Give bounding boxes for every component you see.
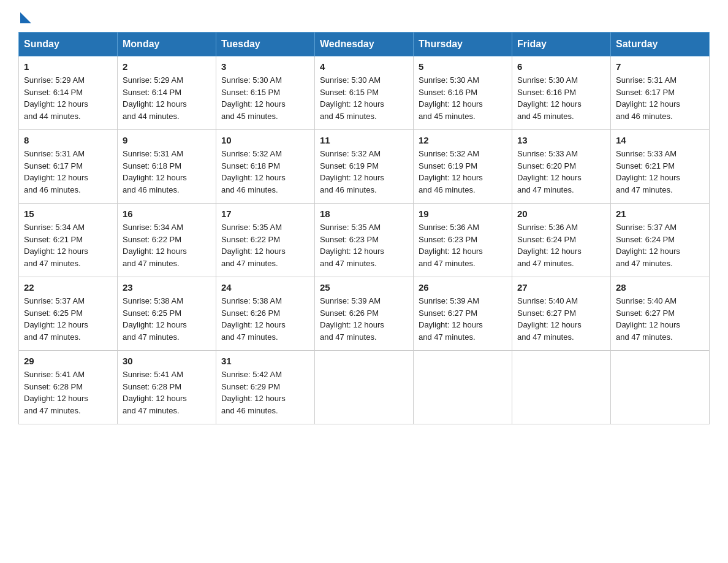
day-number: 18: [320, 209, 408, 219]
day-number: 2: [123, 61, 211, 72]
weekday-header-wednesday: Wednesday: [315, 33, 414, 56]
day-number: 29: [24, 356, 112, 366]
calendar-cell: 2Sunrise: 5:29 AMSunset: 6:14 PMDaylight…: [118, 56, 216, 130]
calendar-cell: 16Sunrise: 5:34 AMSunset: 6:22 PMDayligh…: [118, 204, 216, 277]
calendar-cell: 15Sunrise: 5:34 AMSunset: 6:21 PMDayligh…: [19, 204, 118, 277]
day-info: Sunrise: 5:41 AMSunset: 6:28 PMDaylight:…: [24, 369, 112, 416]
day-number: 22: [24, 282, 112, 293]
day-number: 15: [24, 209, 112, 219]
day-info: Sunrise: 5:35 AMSunset: 6:22 PMDaylight:…: [221, 221, 309, 269]
day-number: 9: [123, 135, 211, 145]
day-info: Sunrise: 5:40 AMSunset: 6:27 PMDaylight:…: [517, 295, 605, 343]
calendar-cell: 20Sunrise: 5:36 AMSunset: 6:24 PMDayligh…: [512, 204, 611, 277]
weekday-header-tuesday: Tuesday: [216, 33, 315, 56]
day-number: 14: [616, 135, 704, 145]
calendar-cell: 4Sunrise: 5:30 AMSunset: 6:15 PMDaylight…: [315, 56, 414, 130]
calendar-cell: 1Sunrise: 5:29 AMSunset: 6:14 PMDaylight…: [19, 56, 118, 130]
day-info: Sunrise: 5:30 AMSunset: 6:15 PMDaylight:…: [221, 74, 309, 122]
day-number: 20: [517, 209, 605, 219]
week-row-1: 1Sunrise: 5:29 AMSunset: 6:14 PMDaylight…: [19, 56, 710, 130]
calendar-cell: 12Sunrise: 5:32 AMSunset: 6:19 PMDayligh…: [414, 130, 512, 204]
day-number: 12: [419, 135, 507, 145]
calendar-cell: 27Sunrise: 5:40 AMSunset: 6:27 PMDayligh…: [512, 277, 611, 351]
day-info: Sunrise: 5:38 AMSunset: 6:26 PMDaylight:…: [221, 295, 309, 343]
calendar-cell: 11Sunrise: 5:32 AMSunset: 6:19 PMDayligh…: [315, 130, 414, 204]
day-number: 26: [419, 282, 507, 293]
day-info: Sunrise: 5:40 AMSunset: 6:27 PMDaylight:…: [616, 295, 704, 343]
day-number: 31: [221, 356, 309, 366]
calendar-cell: 26Sunrise: 5:39 AMSunset: 6:27 PMDayligh…: [414, 277, 512, 351]
calendar-cell: 30Sunrise: 5:41 AMSunset: 6:28 PMDayligh…: [118, 351, 216, 424]
day-number: 23: [123, 282, 211, 293]
weekday-header-friday: Friday: [512, 33, 611, 56]
weekday-header-saturday: Saturday: [611, 33, 710, 56]
calendar-cell: 21Sunrise: 5:37 AMSunset: 6:24 PMDayligh…: [611, 204, 710, 277]
day-number: 17: [221, 209, 309, 219]
day-info: Sunrise: 5:33 AMSunset: 6:21 PMDaylight:…: [616, 148, 704, 196]
weekday-header-monday: Monday: [118, 33, 216, 56]
day-number: 16: [123, 209, 211, 219]
day-info: Sunrise: 5:32 AMSunset: 6:19 PMDaylight:…: [419, 148, 507, 196]
day-number: 28: [616, 282, 704, 293]
day-info: Sunrise: 5:37 AMSunset: 6:24 PMDaylight:…: [616, 221, 704, 269]
day-number: 19: [419, 209, 507, 219]
day-info: Sunrise: 5:37 AMSunset: 6:25 PMDaylight:…: [24, 295, 112, 343]
day-info: Sunrise: 5:32 AMSunset: 6:19 PMDaylight:…: [320, 148, 408, 196]
page-header: [18, 12, 710, 20]
calendar-cell: 31Sunrise: 5:42 AMSunset: 6:29 PMDayligh…: [216, 351, 315, 424]
calendar-cell: [414, 351, 512, 424]
calendar-cell: 17Sunrise: 5:35 AMSunset: 6:22 PMDayligh…: [216, 204, 315, 277]
day-info: Sunrise: 5:31 AMSunset: 6:17 PMDaylight:…: [24, 148, 112, 196]
day-number: 21: [616, 209, 704, 219]
day-info: Sunrise: 5:32 AMSunset: 6:18 PMDaylight:…: [221, 148, 309, 196]
day-info: Sunrise: 5:31 AMSunset: 6:18 PMDaylight:…: [123, 148, 211, 196]
day-info: Sunrise: 5:41 AMSunset: 6:28 PMDaylight:…: [123, 369, 211, 416]
day-number: 27: [517, 282, 605, 293]
day-info: Sunrise: 5:42 AMSunset: 6:29 PMDaylight:…: [221, 369, 309, 416]
calendar-cell: [611, 351, 710, 424]
logo: [18, 12, 31, 20]
day-number: 8: [24, 135, 112, 145]
calendar-cell: 24Sunrise: 5:38 AMSunset: 6:26 PMDayligh…: [216, 277, 315, 351]
day-info: Sunrise: 5:36 AMSunset: 6:24 PMDaylight:…: [517, 221, 605, 269]
calendar-cell: 28Sunrise: 5:40 AMSunset: 6:27 PMDayligh…: [611, 277, 710, 351]
day-info: Sunrise: 5:30 AMSunset: 6:16 PMDaylight:…: [419, 74, 507, 122]
day-number: 6: [517, 61, 605, 72]
day-number: 1: [24, 61, 112, 72]
calendar-cell: 3Sunrise: 5:30 AMSunset: 6:15 PMDaylight…: [216, 56, 315, 130]
day-number: 30: [123, 356, 211, 366]
calendar-cell: 7Sunrise: 5:31 AMSunset: 6:17 PMDaylight…: [611, 56, 710, 130]
calendar-cell: 14Sunrise: 5:33 AMSunset: 6:21 PMDayligh…: [611, 130, 710, 204]
day-number: 5: [419, 61, 507, 72]
calendar-cell: 22Sunrise: 5:37 AMSunset: 6:25 PMDayligh…: [19, 277, 118, 351]
week-row-3: 15Sunrise: 5:34 AMSunset: 6:21 PMDayligh…: [19, 204, 710, 277]
calendar-cell: 25Sunrise: 5:39 AMSunset: 6:26 PMDayligh…: [315, 277, 414, 351]
calendar-cell: 9Sunrise: 5:31 AMSunset: 6:18 PMDaylight…: [118, 130, 216, 204]
week-row-4: 22Sunrise: 5:37 AMSunset: 6:25 PMDayligh…: [19, 277, 710, 351]
day-info: Sunrise: 5:29 AMSunset: 6:14 PMDaylight:…: [24, 74, 112, 122]
day-number: 13: [517, 135, 605, 145]
day-info: Sunrise: 5:39 AMSunset: 6:26 PMDaylight:…: [320, 295, 408, 343]
day-info: Sunrise: 5:29 AMSunset: 6:14 PMDaylight:…: [123, 74, 211, 122]
calendar-cell: 18Sunrise: 5:35 AMSunset: 6:23 PMDayligh…: [315, 204, 414, 277]
day-info: Sunrise: 5:36 AMSunset: 6:23 PMDaylight:…: [419, 221, 507, 269]
calendar-cell: 19Sunrise: 5:36 AMSunset: 6:23 PMDayligh…: [414, 204, 512, 277]
week-row-2: 8Sunrise: 5:31 AMSunset: 6:17 PMDaylight…: [19, 130, 710, 204]
logo-triangle-icon: [20, 12, 31, 23]
calendar-cell: 29Sunrise: 5:41 AMSunset: 6:28 PMDayligh…: [19, 351, 118, 424]
day-info: Sunrise: 5:34 AMSunset: 6:21 PMDaylight:…: [24, 221, 112, 269]
weekday-header-thursday: Thursday: [414, 33, 512, 56]
day-number: 10: [221, 135, 309, 145]
calendar-cell: 5Sunrise: 5:30 AMSunset: 6:16 PMDaylight…: [414, 56, 512, 130]
day-info: Sunrise: 5:30 AMSunset: 6:15 PMDaylight:…: [320, 74, 408, 122]
calendar-cell: 6Sunrise: 5:30 AMSunset: 6:16 PMDaylight…: [512, 56, 611, 130]
day-number: 24: [221, 282, 309, 293]
week-row-5: 29Sunrise: 5:41 AMSunset: 6:28 PMDayligh…: [19, 351, 710, 424]
calendar-table: SundayMondayTuesdayWednesdayThursdayFrid…: [18, 32, 710, 424]
calendar-cell: [315, 351, 414, 424]
day-info: Sunrise: 5:33 AMSunset: 6:20 PMDaylight:…: [517, 148, 605, 196]
calendar-cell: 8Sunrise: 5:31 AMSunset: 6:17 PMDaylight…: [19, 130, 118, 204]
day-info: Sunrise: 5:34 AMSunset: 6:22 PMDaylight:…: [123, 221, 211, 269]
day-info: Sunrise: 5:30 AMSunset: 6:16 PMDaylight:…: [517, 74, 605, 122]
calendar-cell: 23Sunrise: 5:38 AMSunset: 6:25 PMDayligh…: [118, 277, 216, 351]
